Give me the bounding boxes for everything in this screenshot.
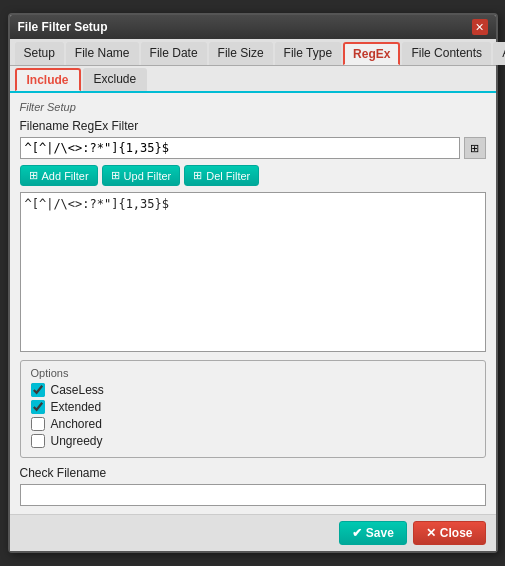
tab-advanced[interactable]: Advanced: [493, 42, 505, 65]
filter-input-row: ⊞: [20, 137, 486, 159]
tab-file-size[interactable]: File Size: [209, 42, 273, 65]
file-filter-setup-window: File Filter Setup ✕ Setup File Name File…: [8, 13, 498, 553]
extended-label: Extended: [51, 400, 102, 414]
add-filter-button[interactable]: ⊞ Add Filter: [20, 165, 98, 186]
caseless-label: CaseLess: [51, 383, 104, 397]
title-bar: File Filter Setup ✕: [10, 15, 496, 39]
window-close-button[interactable]: ✕: [472, 19, 488, 35]
close-button[interactable]: ✕ Close: [413, 521, 486, 545]
close-x-icon: ✕: [426, 526, 436, 540]
check-filename-label: Check Filename: [20, 466, 486, 480]
ungreedy-row: Ungreedy: [31, 434, 475, 448]
anchored-label: Anchored: [51, 417, 102, 431]
window-title: File Filter Setup: [18, 20, 108, 34]
tab-file-contents[interactable]: File Contents: [402, 42, 491, 65]
save-button[interactable]: ✔ Save: [339, 521, 407, 545]
upd-filter-button[interactable]: ⊞ Upd Filter: [102, 165, 181, 186]
subtab-include[interactable]: Include: [15, 68, 81, 91]
anchored-checkbox[interactable]: [31, 417, 45, 431]
main-content: Filter Setup Filename RegEx Filter ⊞ ⊞ A…: [10, 93, 496, 514]
footer: ✔ Save ✕ Close: [10, 514, 496, 551]
extended-row: Extended: [31, 400, 475, 414]
filter-list-item: ^[^|/\<>:?*"]{1,35}$: [25, 197, 170, 211]
upd-icon: ⊞: [111, 169, 120, 182]
close-label: Close: [440, 526, 473, 540]
subtab-exclude[interactable]: Exclude: [83, 68, 148, 91]
ungreedy-label: Ungreedy: [51, 434, 103, 448]
add-icon: ⊞: [29, 169, 38, 182]
subtabs-row: Include Exclude: [10, 66, 496, 93]
extended-checkbox[interactable]: [31, 400, 45, 414]
tab-setup[interactable]: Setup: [15, 42, 64, 65]
section-header: Filter Setup: [20, 101, 486, 113]
tab-file-name[interactable]: File Name: [66, 42, 139, 65]
filename-label: Filename RegEx Filter: [20, 119, 486, 133]
filter-input[interactable]: [20, 137, 460, 159]
filter-input-icon-button[interactable]: ⊞: [464, 137, 486, 159]
tab-regex[interactable]: RegEx: [343, 42, 400, 65]
del-filter-button[interactable]: ⊞ Del Filter: [184, 165, 259, 186]
caseless-checkbox[interactable]: [31, 383, 45, 397]
filter-list-box[interactable]: ^[^|/\<>:?*"]{1,35}$: [20, 192, 486, 352]
anchored-row: Anchored: [31, 417, 475, 431]
check-filename-input[interactable]: [20, 484, 486, 506]
save-checkmark-icon: ✔: [352, 526, 362, 540]
tab-file-date[interactable]: File Date: [141, 42, 207, 65]
del-icon: ⊞: [193, 169, 202, 182]
save-label: Save: [366, 526, 394, 540]
filter-button-row: ⊞ Add Filter ⊞ Upd Filter ⊞ Del Filter: [20, 165, 486, 186]
options-group: Options CaseLess Extended Anchored Ungre…: [20, 360, 486, 458]
tabs-row: Setup File Name File Date File Size File…: [10, 39, 496, 66]
caseless-row: CaseLess: [31, 383, 475, 397]
ungreedy-checkbox[interactable]: [31, 434, 45, 448]
tab-file-type[interactable]: File Type: [275, 42, 341, 65]
options-legend: Options: [31, 367, 475, 379]
